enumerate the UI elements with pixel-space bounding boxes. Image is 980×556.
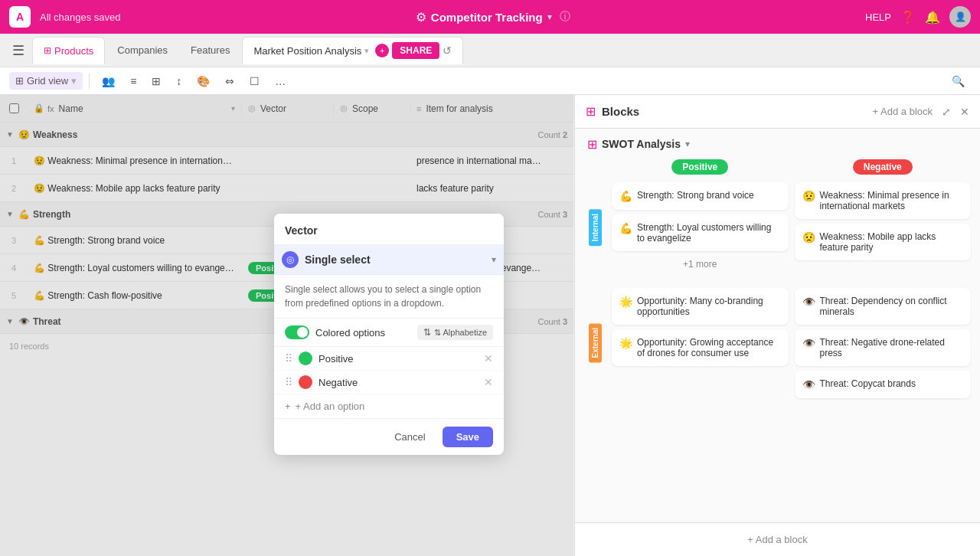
card-emoji: 😟 <box>802 231 815 244</box>
toolbar-sort[interactable]: ↕ <box>170 72 188 90</box>
title-chevron[interactable]: ▾ <box>547 11 552 22</box>
toolbar-expand[interactable]: ☐ <box>243 72 266 90</box>
toolbar-color[interactable]: 🎨 <box>191 72 216 90</box>
internal-label-container: Internal <box>584 182 606 273</box>
sort-icon: ⇅ <box>423 327 431 338</box>
swot-col-headers: Positive Negative <box>612 159 971 175</box>
drag-handle-icon[interactable]: ⠿ <box>285 376 292 388</box>
option-label[interactable]: Negative <box>318 377 478 388</box>
field-editor-popup: ◎ Single select ▾ Single select allows y… <box>274 214 504 455</box>
toolbar-search[interactable]: 🔍 <box>946 72 971 90</box>
swot-external-cards: 🌟 Opportunity: Many co-branding opportun… <box>612 288 971 398</box>
card-text: Threat: Copycat brands <box>820 378 916 389</box>
add-option-row[interactable]: + + Add an option <box>274 394 504 419</box>
help-circle-icon[interactable]: ❓ <box>900 10 916 25</box>
drag-handle-icon[interactable]: ⠿ <box>285 352 292 365</box>
tab-bar: ☰ ⊞ Products Companies Features Market P… <box>0 34 980 67</box>
app-title: Competitor Tracking <box>431 11 543 24</box>
field-name-input[interactable] <box>274 214 504 245</box>
tab-add-icon[interactable]: + <box>375 44 389 57</box>
swot-card[interactable]: 💪 Strength: Loyal customers willing to e… <box>612 214 789 251</box>
tab-products[interactable]: ⊞ Products <box>32 37 105 64</box>
card-emoji: 🌟 <box>619 337 632 349</box>
right-pane: ⊞ Blocks + Add a block ⤢ ✕ ⊞ SWOT Analys… <box>574 95 980 556</box>
more-icon: … <box>275 75 286 87</box>
type-chevron-icon[interactable]: ▾ <box>492 254 496 265</box>
save-status: All changes saved <box>40 11 121 23</box>
toolbar-group[interactable]: ⊞ <box>145 72 167 90</box>
cancel-button[interactable]: Cancel <box>384 427 436 447</box>
option-positive: ⠿ Positive ✕ <box>274 347 504 371</box>
share-icon: 👥 <box>102 75 115 87</box>
user-avatar[interactable]: 👤 <box>949 6 971 28</box>
add-block-button[interactable]: + Add a block <box>873 106 933 117</box>
card-text: Opportunity: Many co-branding opportunit… <box>637 296 781 317</box>
option-color-dot <box>299 352 312 365</box>
type-description: Single select allows you to select a sin… <box>274 275 504 319</box>
app-title-area: ⚙ Competitor Tracking ▾ ⓘ <box>127 10 860 25</box>
toolbar-share-views[interactable]: 👥 <box>96 72 121 90</box>
swot-card[interactable]: 😟 Weakness: Minimal presence in internat… <box>795 182 972 219</box>
swot-card[interactable]: 👁️ Threat: Dependency on conflict minera… <box>795 288 972 325</box>
field-type-row[interactable]: ◎ Single select ▾ <box>274 245 504 275</box>
left-pane: 🔒 fx Name ▾ ◎ Vector ◎ Scope ≡ Item for … <box>0 95 574 556</box>
option-label[interactable]: Positive <box>318 353 478 365</box>
tab-companies[interactable]: Companies <box>106 37 178 64</box>
alphabetize-button[interactable]: ⇅ ⇅ Alphabetize <box>417 325 493 340</box>
help-label[interactable]: HELP <box>865 11 891 23</box>
close-blocks-icon[interactable]: ✕ <box>960 106 969 118</box>
top-bar-right: HELP ❓ 🔔 👤 <box>865 6 971 28</box>
colored-options-toggle[interactable] <box>285 325 309 339</box>
colored-options-label: Colored options <box>315 327 411 339</box>
share-button[interactable]: SHARE <box>392 42 439 59</box>
external-negative-col: 👁️ Threat: Dependency on conflict minera… <box>795 288 972 398</box>
popup-actions: Cancel Save <box>274 419 504 455</box>
menu-icon[interactable]: ☰ <box>6 38 31 64</box>
swot-card[interactable]: 🌟 Opportunity: Many co-branding opportun… <box>612 288 789 325</box>
toolbar-fields[interactable]: ⇔ <box>219 72 240 90</box>
search-icon: 🔍 <box>952 75 965 87</box>
card-emoji: 👁️ <box>802 378 815 391</box>
add-block-footer[interactable]: + Add a block <box>575 522 980 556</box>
internal-scope-label: Internal <box>589 209 602 246</box>
filter-icon: ≡ <box>130 75 136 87</box>
tab-cycle-icon[interactable]: ↺ <box>443 44 452 57</box>
toolbar-more[interactable]: … <box>269 72 292 90</box>
card-emoji: 👁️ <box>802 296 815 308</box>
option-remove-icon[interactable]: ✕ <box>484 376 493 388</box>
swot-external-section: External 🌟 Opportunity: Many co-branding… <box>584 288 971 398</box>
swot-internal-cards: 💪 Strength: Strong brand voice 💪 Strengt… <box>612 182 971 273</box>
positive-header-badge: Positive <box>671 159 728 175</box>
external-label-container: External <box>584 288 606 398</box>
toolbar-grid-view[interactable]: ⊞ Grid view ▾ <box>9 72 83 90</box>
card-emoji: 👁️ <box>802 337 815 349</box>
app-logo[interactable]: A <box>9 6 31 28</box>
swot-card[interactable]: 😟 Weakness: Mobile app lacks feature par… <box>795 224 972 260</box>
info-icon[interactable]: ⓘ <box>560 10 570 24</box>
settings-icon: ⚙ <box>416 10 426 25</box>
top-bar: A All changes saved ⚙ Competitor Trackin… <box>0 0 980 34</box>
swot-header: ⊞ SWOT Analysis ▾ <box>575 129 980 159</box>
toolbar-filter[interactable]: ≡ <box>124 72 142 90</box>
swot-card[interactable]: 👁️ Threat: Negative drone-related press <box>795 329 972 366</box>
option-color-dot <box>299 375 312 389</box>
notification-icon[interactable]: 🔔 <box>925 10 940 25</box>
add-icon: + <box>285 401 291 412</box>
expand-blocks-icon[interactable]: ⤢ <box>942 106 951 118</box>
swot-chevron-icon[interactable]: ▾ <box>685 139 690 149</box>
fields-icon: ⇔ <box>225 75 234 87</box>
swot-internal-section: Internal 💪 Strength: Strong brand voice … <box>584 182 971 273</box>
save-button[interactable]: Save <box>443 427 493 447</box>
swot-card[interactable]: 👁️ Threat: Copycat brands <box>795 371 972 398</box>
swot-card[interactable]: 💪 Strength: Strong brand voice <box>612 182 789 210</box>
tab-features[interactable]: Features <box>180 37 240 64</box>
tab-market-position[interactable]: Market Position Analysis ▾ + SHARE ↺ <box>242 37 463 64</box>
card-text: Threat: Negative drone-related press <box>820 337 964 358</box>
group-icon: ⊞ <box>152 75 161 87</box>
sort-icon: ↕ <box>176 75 181 87</box>
more-items[interactable]: +1 more <box>612 256 789 273</box>
swot-card[interactable]: 🌟 Opportunity: Growing acceptance of dro… <box>612 329 789 366</box>
option-remove-icon[interactable]: ✕ <box>484 352 493 365</box>
swot-title: SWOT Analysis <box>602 138 681 150</box>
type-icon: ◎ <box>282 251 299 268</box>
